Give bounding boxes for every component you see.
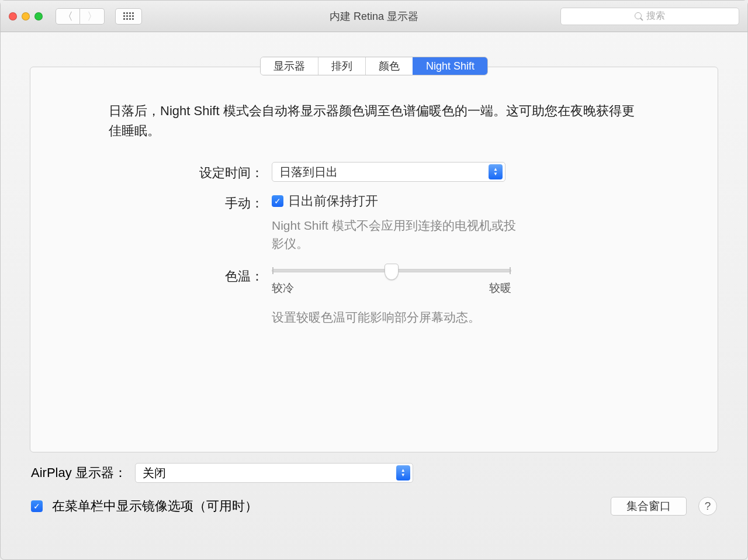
description-text: 日落后，Night Shift 模式会自动将显示器颜色调至色谱偏暖色的一端。这可… (109, 101, 639, 141)
mirror-checkbox-label: 在菜单栏中显示镜像选项（可用时） (52, 497, 258, 515)
tab-bar-wrap: 显示器 排列 颜色 Night Shift (30, 57, 718, 75)
help-icon: ? (705, 500, 711, 513)
airplay-select[interactable]: 关闭 ▲▼ (135, 463, 413, 483)
manual-label: 手动： (109, 192, 264, 212)
row-manual: 手动： ✓ 日出前保持打开 Night Shift 模式不会应用到连接的电视机或… (109, 192, 639, 253)
slider-warm-label: 较暖 (489, 281, 511, 296)
schedule-select[interactable]: 日落到日出 ▲▼ (272, 162, 505, 182)
mirror-checkbox[interactable]: ✓ (31, 500, 43, 512)
schedule-value: 日落到日出 (279, 164, 338, 180)
slider-thumb[interactable] (385, 264, 399, 280)
color-temp-slider[interactable]: 较冷 较暖 (272, 269, 511, 296)
zoom-icon[interactable] (34, 12, 43, 20)
row-schedule: 设定时间： 日落到日出 ▲▼ (109, 162, 639, 182)
airplay-label: AirPlay 显示器： (31, 464, 127, 482)
manual-checkbox-label: 日出前保持打开 (288, 192, 378, 210)
chevron-left-icon: 〈 (63, 9, 73, 23)
tab-color[interactable]: 颜色 (365, 57, 413, 75)
color-temp-note: 设置较暖色温可能影响部分屏幕动态。 (272, 309, 517, 326)
gather-windows-label: 集合窗口 (626, 499, 671, 514)
color-temp-label: 色温： (109, 265, 264, 285)
forward-button[interactable]: 〉 (80, 8, 105, 25)
search-icon (635, 12, 643, 20)
bottom-row: ✓ 在菜单栏中显示镜像选项（可用时） 集合窗口 ? (30, 497, 718, 527)
tab-bar: 显示器 排列 颜色 Night Shift (260, 57, 488, 75)
traffic-lights (9, 12, 43, 20)
popup-arrows-icon: ▲▼ (396, 465, 410, 481)
close-icon[interactable] (9, 12, 17, 20)
nav-buttons: 〈 〉 (56, 8, 105, 25)
manual-checkbox[interactable]: ✓ (272, 195, 283, 207)
manual-note: Night Shift 模式不会应用到连接的电视机或投影仪。 (272, 217, 517, 253)
schedule-label: 设定时间： (109, 162, 264, 182)
airplay-value: 关闭 (143, 465, 166, 481)
night-shift-panel: 日落后，Night Shift 模式会自动将显示器颜色调至色谱偏暖色的一端。这可… (30, 67, 718, 452)
grid-icon (123, 12, 134, 20)
tab-display[interactable]: 显示器 (261, 57, 318, 75)
content-area: 显示器 排列 颜色 Night Shift 日落后，Night Shift 模式… (1, 32, 747, 559)
manual-checkbox-row: ✓ 日出前保持打开 (272, 192, 639, 210)
gather-windows-button[interactable]: 集合窗口 (611, 497, 687, 516)
preferences-window: 〈 〉 内建 Retina 显示器 搜索 显示器 排列 颜色 Nig (0, 0, 748, 560)
slider-cold-label: 较冷 (272, 281, 294, 296)
show-all-button[interactable] (115, 8, 142, 25)
popup-arrows-icon: ▲▼ (489, 164, 503, 179)
minimize-icon[interactable] (22, 12, 30, 20)
row-color-temp: 色温： 较冷 较暖 设置较暖色温可能影响部分屏幕动态。 (109, 265, 639, 326)
titlebar: 〈 〉 内建 Retina 显示器 搜索 (1, 1, 747, 32)
tab-arrangement[interactable]: 排列 (318, 57, 365, 75)
search-input[interactable]: 搜索 (560, 8, 739, 25)
airplay-row: AirPlay 显示器： 关闭 ▲▼ (30, 463, 718, 483)
chevron-right-icon: 〉 (87, 9, 98, 23)
slider-track (272, 269, 511, 272)
help-button[interactable]: ? (698, 497, 717, 516)
tab-night-shift[interactable]: Night Shift (413, 57, 487, 75)
search-placeholder: 搜索 (646, 10, 665, 22)
back-button[interactable]: 〈 (56, 8, 80, 25)
slider-labels: 较冷 较暖 (272, 281, 511, 296)
